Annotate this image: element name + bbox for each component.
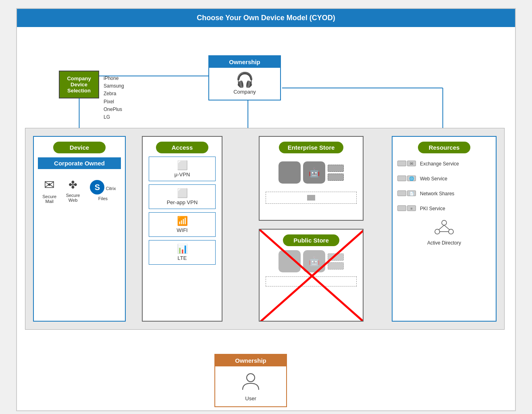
svg-point-28 — [435, 229, 440, 234]
public-android-icon: 🤖 — [303, 250, 325, 272]
mu-vpn-label: μ-VPN — [175, 171, 190, 178]
resources-panel-title: Resources — [418, 142, 470, 153]
secure-web-item: ✤ Secure Web — [61, 179, 85, 203]
access-panel-title: Access — [156, 142, 208, 153]
diagram-area: Ownership 🎧 Company Company Device Selec… — [17, 27, 515, 410]
wifi-item: 📶 WIFI — [149, 212, 216, 237]
active-directory-icon — [434, 219, 454, 238]
lte-icon: 📊 — [153, 244, 211, 254]
app-icons-group — [328, 165, 344, 181]
pki-service-icon: ≡ — [397, 204, 417, 213]
secure-mail-icon: ✉ — [38, 177, 61, 192]
ownership-company-title: Ownership — [209, 56, 280, 68]
user-svg-icon — [241, 371, 261, 391]
secure-web-label: Secure Web — [66, 193, 80, 203]
web-service-icon: 🌐 — [397, 174, 417, 183]
apple-icon — [278, 161, 301, 184]
citrix-files-item: S Citrix Files — [85, 180, 121, 201]
per-app-vpn-label: Per-app VPN — [167, 199, 198, 205]
device-list-item: OnePlus — [104, 106, 124, 113]
mu-vpn-icon: ⬜ — [153, 160, 211, 171]
public-store-panel: Public Store 🤖 — [259, 229, 364, 322]
user-person-icon — [220, 371, 281, 394]
network-shares-item: 📄 Network Shares — [397, 189, 492, 198]
ownership-company-box: Ownership 🎧 Company — [208, 55, 281, 100]
pub-app-icon-1 — [328, 253, 344, 261]
svg-line-31 — [444, 225, 449, 230]
android-icon: 🤖 — [303, 161, 325, 184]
ownership-user-title: Ownership — [215, 355, 286, 366]
ad-svg-icon — [434, 219, 454, 235]
active-directory-label: Active Directory — [427, 240, 461, 246]
exchange-service-label: Exchange Service — [420, 161, 459, 167]
corporate-owned-bar: Corporate Owned — [38, 157, 121, 169]
web-service-label: Web Service — [420, 176, 447, 182]
device-selection-box: Company Device Selection — [59, 71, 99, 98]
pki-service-item: ≡ PKI Service — [397, 204, 492, 213]
ownership-user-box: Ownership User — [214, 354, 287, 407]
active-directory-item: Active Directory — [397, 219, 492, 246]
enterprise-inner-icon — [307, 195, 315, 201]
svg-point-27 — [442, 220, 447, 225]
per-app-vpn-icon: ⬜ — [153, 188, 211, 199]
enterprise-store-title: Enterprise Store — [279, 142, 343, 153]
title-text: Choose Your Own Device Model (CYOD) — [197, 14, 335, 22]
web-service-item: 🌐 Web Service — [397, 174, 492, 183]
enterprise-dashed-box — [266, 192, 357, 204]
device-list: iPhone Samsung Zebra Pixel OnePlus LG — [104, 75, 124, 121]
network-shares-label: Network Shares — [420, 191, 454, 197]
svg-line-30 — [439, 225, 444, 230]
svg-point-29 — [449, 229, 453, 234]
citrix-files-icon: S — [90, 180, 104, 194]
device-list-item: Zebra — [104, 90, 124, 98]
secure-web-icon: ✤ — [61, 179, 85, 191]
app-icon-small-1 — [328, 165, 344, 172]
lte-item: 📊 LTE — [149, 240, 216, 265]
public-apple-icon — [278, 250, 301, 272]
access-panel: Access ⬜ μ-VPN ⬜ Per-app VPN 📶 WIFI 📊 LT… — [142, 136, 222, 322]
user-label: User — [220, 395, 281, 401]
company-label: Company — [214, 89, 275, 95]
mu-vpn-item: ⬜ μ-VPN — [149, 157, 216, 181]
public-store-title: Public Store — [283, 234, 339, 246]
company-person-icon: 🎧 — [214, 73, 275, 87]
ownership-company-body: 🎧 Company — [209, 68, 280, 100]
device-list-item: Pixel — [104, 98, 124, 106]
wifi-icon: 📶 — [153, 216, 211, 226]
lte-label: LTE — [178, 255, 187, 261]
wifi-label: WIFI — [177, 227, 187, 233]
resources-panel: Resources ✉ Exchange Service 🌐 — [392, 136, 497, 322]
device-icons: ✉ Secure Mail ✤ Secure Web S Citrix File… — [34, 169, 125, 212]
secure-mail-item: ✉ Secure Mail — [38, 177, 61, 204]
device-panel: Device Corporate Owned ✉ Secure Mail ✤ S… — [33, 136, 126, 322]
svg-point-33 — [247, 374, 255, 382]
secure-mail-label: Secure Mail — [42, 194, 56, 204]
device-list-item: LG — [104, 113, 124, 121]
device-selection-label: Company Device Selection — [67, 75, 91, 94]
per-app-vpn-item: ⬜ Per-app VPN — [149, 184, 216, 209]
public-store-icons: 🤖 — [260, 246, 363, 276]
app-icon-small-2 — [328, 174, 344, 181]
exchange-service-item: ✉ Exchange Service — [397, 159, 492, 168]
pki-service-label: PKI Service — [420, 206, 445, 211]
device-list-item: iPhone — [104, 75, 124, 82]
title-bar: Choose Your Own Device Model (CYOD) — [17, 9, 515, 27]
network-shares-icon: 📄 — [397, 189, 417, 198]
main-container: Choose Your Own Device Model (CYOD) — [16, 8, 516, 411]
pub-app-icon-2 — [328, 262, 344, 270]
device-list-item: Samsung — [104, 82, 124, 90]
device-panel-title: Device — [53, 142, 106, 153]
enterprise-store-panel: Enterprise Store 🤖 — [259, 136, 364, 221]
enterprise-store-icons: 🤖 — [260, 153, 363, 192]
public-dashed-box — [266, 276, 357, 286]
exchange-service-icon: ✉ — [397, 159, 417, 168]
ownership-user-body: User — [215, 366, 286, 406]
public-app-icons — [328, 253, 344, 270]
